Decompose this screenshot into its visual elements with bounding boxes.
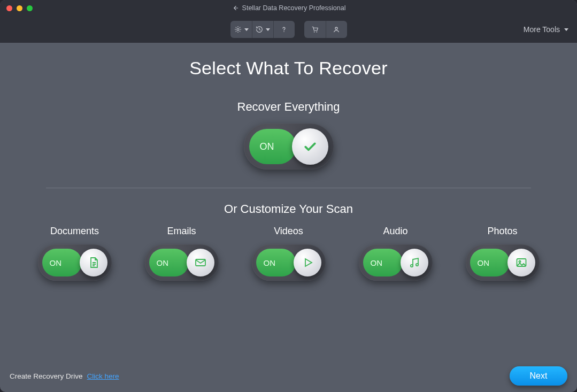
option-label: Audio — [383, 226, 407, 237]
toggle-on-background: ON — [256, 249, 296, 276]
svg-point-0 — [237, 28, 239, 30]
more-tools-dropdown[interactable]: More Tools — [524, 16, 568, 43]
document-icon — [87, 256, 100, 269]
cart-button[interactable] — [304, 21, 326, 38]
option-videos: Videos ON — [249, 226, 329, 281]
toggle-on-background: ON — [363, 249, 403, 276]
minimize-icon[interactable] — [17, 5, 22, 11]
toggle-knob — [292, 128, 328, 165]
page-title: Select What To Recover — [189, 58, 388, 79]
close-icon[interactable] — [6, 5, 12, 11]
toolbar-group-account — [304, 21, 347, 38]
toggle-on-background: ON — [149, 249, 189, 276]
emails-toggle[interactable]: ON — [145, 244, 219, 281]
svg-point-7 — [416, 264, 418, 266]
toggle-knob — [507, 249, 535, 276]
music-icon — [408, 256, 421, 269]
next-button-label: Next — [530, 371, 548, 381]
back-arrow-icon — [232, 4, 239, 12]
option-label: Emails — [167, 226, 196, 237]
option-label: Documents — [50, 226, 99, 237]
maximize-icon[interactable] — [27, 5, 33, 11]
photos-toggle[interactable]: ON — [466, 244, 540, 281]
next-button[interactable]: Next — [510, 366, 567, 386]
svg-point-3 — [316, 32, 317, 33]
recover-everything-title: Recover Everything — [237, 100, 340, 114]
option-emails: Emails ON — [142, 226, 222, 281]
svg-point-2 — [313, 32, 314, 33]
toggle-knob — [187, 249, 214, 276]
play-icon — [301, 256, 314, 269]
image-icon — [515, 256, 528, 269]
option-documents: Documents ON — [35, 226, 115, 281]
divider — [46, 188, 530, 188]
create-recovery-drive-label: Create Recovery Drive — [10, 372, 83, 380]
question-icon — [280, 25, 288, 34]
customize-scan-title: Or Customize Your Scan — [224, 202, 353, 216]
toggle-on-background: ON — [249, 129, 296, 164]
svg-point-9 — [519, 260, 520, 262]
option-label: Videos — [274, 226, 303, 237]
more-tools-label: More Tools — [524, 25, 560, 34]
cart-icon — [311, 25, 319, 34]
click-here-link[interactable]: Click here — [87, 372, 119, 380]
toolbar: More Tools — [0, 16, 577, 43]
svg-point-4 — [335, 27, 337, 29]
app-window: Stellar Data Recovery Professional — [0, 0, 577, 392]
toggle-on-background: ON — [470, 249, 510, 276]
chevron-down-icon — [564, 28, 568, 31]
toolbar-group-settings — [230, 21, 295, 38]
toggle-on-background: ON — [42, 249, 82, 276]
svg-point-6 — [410, 265, 412, 267]
toggle-on-label: ON — [264, 258, 276, 267]
toggle-on-label: ON — [371, 258, 383, 267]
footer: Create Recovery Drive Click here Next — [0, 360, 577, 392]
options-row: Documents ON Emails — [0, 226, 577, 281]
toggle-on-label: ON — [478, 258, 490, 267]
titlebar-title: Stellar Data Recovery Professional — [0, 0, 577, 16]
toggle-knob — [294, 249, 321, 276]
footer-left: Create Recovery Drive Click here — [10, 372, 119, 380]
history-button[interactable] — [252, 21, 273, 38]
videos-toggle[interactable]: ON — [252, 244, 326, 281]
documents-toggle[interactable]: ON — [38, 244, 112, 281]
option-audio: Audio ON — [356, 226, 436, 281]
recover-everything-toggle[interactable]: ON — [244, 124, 334, 170]
toggle-knob — [80, 249, 107, 276]
main-content: Select What To Recover Recover Everythin… — [0, 43, 577, 392]
help-button[interactable] — [273, 21, 295, 38]
toggle-on-label: ON — [50, 258, 62, 267]
audio-toggle[interactable]: ON — [359, 244, 433, 281]
titlebar: Stellar Data Recovery Professional — [0, 0, 577, 16]
gear-icon — [234, 25, 242, 34]
toggle-on-label: ON — [157, 258, 169, 267]
check-icon — [302, 139, 318, 155]
chevron-down-icon — [244, 28, 249, 31]
user-icon — [332, 25, 341, 34]
app-title-text: Stellar Data Recovery Professional — [242, 4, 346, 12]
option-label: Photos — [487, 226, 517, 237]
chevron-down-icon — [266, 28, 270, 31]
svg-point-1 — [283, 31, 284, 32]
history-icon — [255, 25, 264, 34]
account-button[interactable] — [326, 21, 347, 38]
toggle-knob — [401, 249, 428, 276]
toggle-on-label: ON — [260, 141, 274, 152]
option-photos: Photos ON — [463, 226, 543, 281]
toolbar-center — [230, 21, 347, 38]
mail-icon — [194, 256, 207, 269]
window-controls — [6, 5, 33, 11]
settings-button[interactable] — [230, 21, 252, 38]
